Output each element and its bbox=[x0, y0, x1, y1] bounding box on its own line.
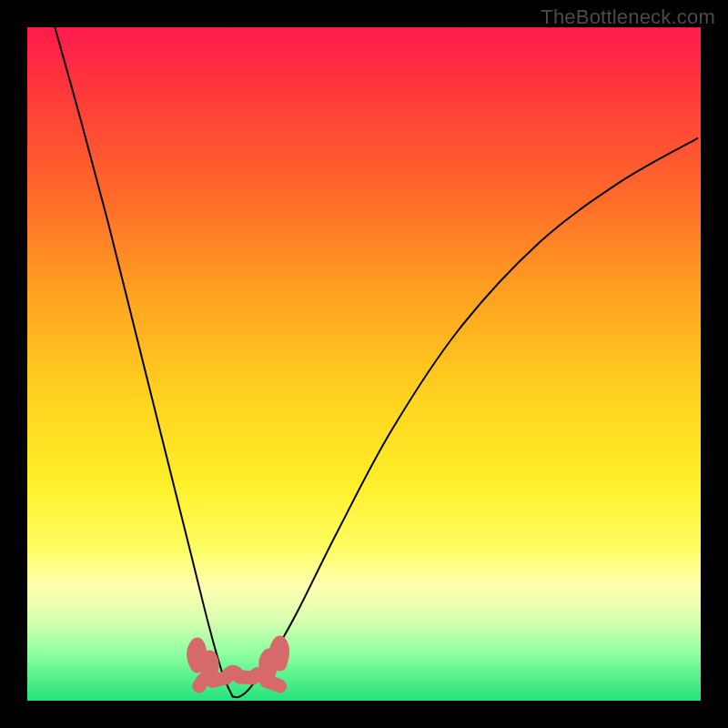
bottleneck-curve-left bbox=[55, 27, 232, 697]
attribution-watermark: TheBottleneck.com bbox=[541, 5, 715, 29]
bottleneck-bottom-bumps bbox=[194, 642, 283, 686]
bottleneck-curve-overlay bbox=[27, 27, 701, 701]
bottleneck-curve-right bbox=[233, 138, 698, 697]
